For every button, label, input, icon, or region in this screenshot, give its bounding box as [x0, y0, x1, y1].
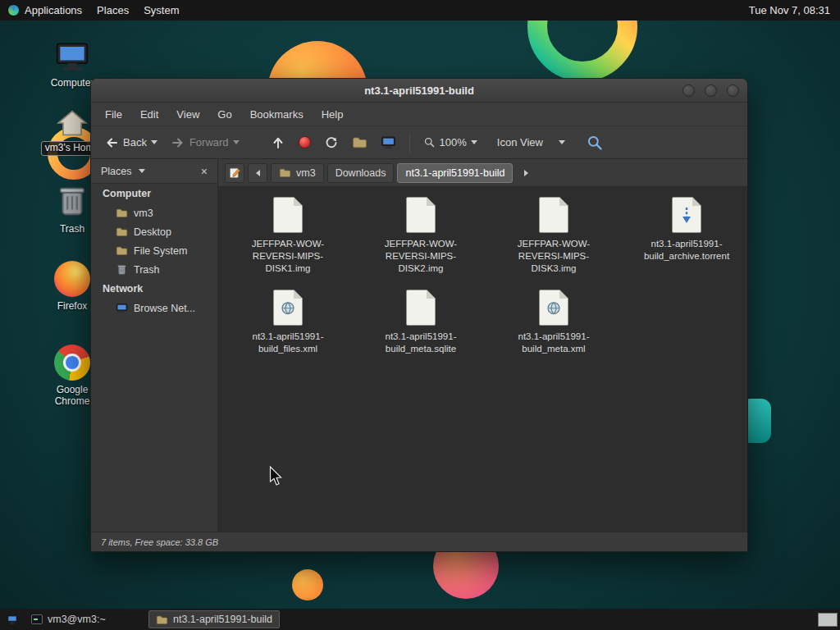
window-statusbar: 7 items, Free space: 33.8 GB	[91, 532, 747, 551]
sidebar-places-dropdown-icon[interactable]	[139, 169, 145, 173]
toolbar-separator	[409, 133, 410, 153]
firefox-icon	[54, 261, 90, 297]
stop-icon	[299, 136, 311, 148]
folder-icon	[116, 226, 128, 238]
system-menu-label: System	[144, 4, 179, 16]
applications-menu[interactable]: Applications	[0, 0, 89, 21]
folder-icon	[116, 207, 128, 219]
sidebar-item-vm3[interactable]: vm3	[91, 203, 217, 222]
sidebar-item-label: File System	[134, 245, 187, 257]
breadcrumb-downloads[interactable]: Downloads	[327, 163, 395, 183]
sidebar-item-desktop[interactable]: Desktop	[91, 222, 217, 241]
stop-button[interactable]	[294, 133, 316, 152]
back-label: Back	[123, 136, 147, 148]
file-name: JEFFPAR-WOW-REVERSI-MIPS-DISK2.img	[367, 238, 475, 275]
computer-button[interactable]	[376, 131, 401, 153]
home-folder-icon	[352, 135, 368, 150]
file-disk3-img[interactable]: JEFFPAR-WOW-REVERSI-MIPS-DISK3.img	[487, 197, 620, 275]
window-titlebar[interactable]: nt3.1-april51991-build	[91, 79, 747, 103]
back-button[interactable]: Back	[99, 132, 162, 153]
sidebar-item-trash[interactable]: Trash	[91, 260, 217, 279]
file-icon	[406, 290, 436, 326]
show-desktop-button[interactable]	[2, 610, 22, 628]
right-arrow-icon	[524, 170, 528, 176]
back-dropdown-icon[interactable]	[151, 140, 158, 144]
clock[interactable]: Tue Nov 7, 08:31	[739, 4, 840, 16]
view-mode-dropdown-icon[interactable]	[559, 140, 565, 144]
window-title: nt3.1-april51991-build	[364, 84, 474, 97]
menu-edit[interactable]: Edit	[131, 105, 167, 124]
crumb-scroll-right-button[interactable]	[516, 163, 536, 183]
sidebar-close-icon[interactable]: ×	[198, 165, 211, 178]
desktop-icon-label: Trash	[60, 224, 84, 235]
sidebar-item-label: Browse Net...	[134, 303, 195, 314]
breadcrumb-label: nt3.1-april51991-build	[405, 167, 504, 179]
menu-view[interactable]: View	[167, 105, 208, 124]
network-icon	[116, 302, 128, 314]
sidebar-item-label: vm3	[134, 208, 153, 219]
sidebar-item-browse-network[interactable]: Browse Net...	[91, 299, 217, 317]
reload-button[interactable]	[319, 132, 344, 153]
show-desktop-icon	[6, 614, 19, 625]
taskbar-window-filemanager[interactable]: nt3.1-april51991-build	[148, 610, 280, 628]
system-menu[interactable]: System	[136, 0, 186, 21]
sidebar-item-computer[interactable]: Computer	[91, 184, 217, 203]
sidebar-item-label: Trash	[134, 264, 160, 276]
file-files-xml[interactable]: nt3.1-april51991-build_files.xml	[221, 290, 354, 355]
file-name: nt3.1-april51991-build_archive.torrent	[632, 238, 741, 262]
xml-file-icon	[539, 290, 568, 326]
back-arrow-icon	[104, 135, 119, 150]
taskbar-window-terminal[interactable]: vm3@vm3:~	[24, 610, 147, 628]
home-button[interactable]	[347, 131, 372, 153]
file-disk1-img[interactable]: JEFFPAR-WOW-REVERSI-MIPS-DISK1.img	[221, 197, 354, 275]
bottom-panel: vm3@vm3:~ nt3.1-april51991-build	[0, 609, 840, 630]
menu-help[interactable]: Help	[313, 105, 353, 124]
window-minimize-button[interactable]	[682, 84, 695, 97]
menu-bookmarks[interactable]: Bookmarks	[241, 105, 313, 124]
crumb-scroll-left-button[interactable]	[248, 163, 267, 183]
window-toolbar: Back Forward	[91, 126, 747, 159]
sidebar-item-filesystem[interactable]: File System	[91, 241, 217, 260]
file-icon	[273, 197, 303, 233]
folder-icon	[279, 167, 291, 179]
globe-icon	[547, 301, 561, 315]
edit-location-icon	[229, 167, 241, 179]
up-button[interactable]	[266, 132, 290, 153]
sidebar-item-network[interactable]: Network	[91, 279, 217, 299]
edit-location-button[interactable]	[225, 163, 244, 183]
sidebar-places-select[interactable]: Places	[101, 166, 132, 177]
taskbar-window-label: nt3.1-april51991-build	[173, 614, 272, 625]
menu-file[interactable]: File	[96, 105, 131, 124]
menu-go[interactable]: Go	[208, 105, 240, 124]
file-name: nt3.1-april51991-build_meta.sqlite	[367, 331, 475, 355]
home-icon	[56, 109, 89, 137]
breadcrumb-current[interactable]: nt3.1-april51991-build	[397, 163, 513, 183]
view-mode-select[interactable]: Icon View	[492, 133, 570, 152]
search-button[interactable]	[582, 131, 608, 154]
taskbar-window-label: vm3@vm3:~	[48, 614, 106, 625]
left-arrow-icon	[256, 170, 260, 176]
file-icon	[406, 197, 436, 233]
forward-button[interactable]: Forward	[166, 132, 244, 153]
window-maximize-button[interactable]	[705, 84, 717, 97]
forward-dropdown-icon[interactable]	[233, 140, 240, 144]
file-name: JEFFPAR-WOW-REVERSI-MIPS-DISK3.img	[500, 238, 608, 275]
trash-icon	[53, 180, 91, 220]
file-icon	[539, 197, 568, 233]
file-meta-sqlite[interactable]: nt3.1-april51991-build_meta.sqlite	[354, 290, 487, 355]
breadcrumb-vm3[interactable]: vm3	[271, 163, 324, 183]
forward-label: Forward	[189, 136, 229, 148]
applications-menu-label: Applications	[25, 4, 82, 16]
file-disk2-img[interactable]: JEFFPAR-WOW-REVERSI-MIPS-DISK2.img	[354, 197, 487, 275]
window-close-button[interactable]	[727, 84, 739, 97]
file-archive-torrent[interactable]: nt3.1-april51991-build_archive.torrent	[620, 197, 747, 275]
workspace-switcher[interactable]	[818, 613, 838, 627]
zoom-dropdown-icon[interactable]	[471, 140, 477, 144]
zoom-control[interactable]: 100%	[418, 133, 482, 152]
breadcrumb-label: vm3	[296, 167, 316, 179]
file-view[interactable]: JEFFPAR-WOW-REVERSI-MIPS-DISK1.img JEFFP…	[218, 187, 747, 532]
globe-icon	[281, 301, 295, 315]
file-manager-window: nt3.1-april51991-build File Edit View Go…	[90, 78, 748, 552]
places-menu[interactable]: Places	[89, 0, 136, 21]
file-meta-xml[interactable]: nt3.1-april51991-build_meta.xml	[487, 290, 620, 355]
